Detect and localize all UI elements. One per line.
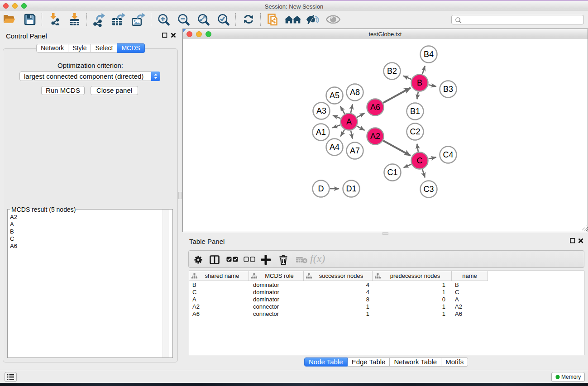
svg-text:D1: D1: [346, 184, 356, 193]
svg-text:A5: A5: [330, 91, 339, 100]
svg-text:A7: A7: [350, 146, 360, 155]
svg-text:A6: A6: [370, 103, 380, 112]
svg-text:A1: A1: [316, 128, 326, 137]
svg-text:D: D: [318, 184, 324, 193]
svg-text:B: B: [417, 78, 422, 87]
svg-text:A8: A8: [350, 88, 360, 97]
svg-text:B2: B2: [387, 67, 397, 76]
svg-text:B3: B3: [443, 85, 453, 94]
svg-text:A: A: [346, 117, 352, 126]
svg-text:C4: C4: [443, 150, 453, 159]
svg-text:C: C: [417, 156, 423, 165]
svg-text:B4: B4: [424, 50, 434, 59]
svg-text:C3: C3: [423, 185, 434, 194]
svg-text:B1: B1: [410, 107, 420, 116]
svg-text:A4: A4: [330, 143, 339, 152]
svg-text:C1: C1: [387, 168, 397, 177]
svg-text:C2: C2: [410, 127, 420, 136]
svg-text:A2: A2: [370, 132, 380, 141]
svg-text:A3: A3: [316, 106, 326, 115]
